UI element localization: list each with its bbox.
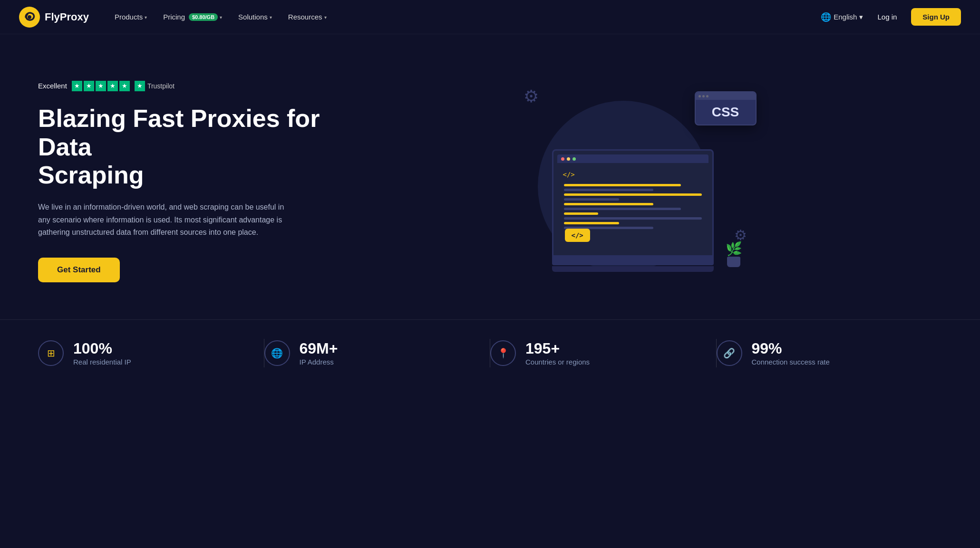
trustpilot-brand: Trustpilot <box>147 82 175 90</box>
code-line-9 <box>564 222 619 224</box>
dot-yellow <box>567 157 570 161</box>
star-1: ★ <box>72 81 82 91</box>
ip-icon-circle: ⊞ <box>38 340 64 366</box>
nav-products[interactable]: Products ▾ <box>108 9 154 25</box>
globe-icon: 🌐 <box>271 347 283 359</box>
brand-name: FlyProxy <box>45 11 89 23</box>
stars-container: ★ ★ ★ ★ ★ <box>72 81 130 91</box>
code-line-4 <box>564 198 619 201</box>
products-chevron-icon: ▾ <box>145 15 147 20</box>
nav-solutions[interactable]: Solutions ▾ <box>232 9 279 25</box>
stat-label-ip: Real residential IP <box>73 358 131 366</box>
star-3: ★ <box>96 81 106 91</box>
css-dot-1 <box>699 95 701 97</box>
stat-text-ip: 100% Real residential IP <box>73 341 131 366</box>
resources-chevron-icon: ▾ <box>324 15 327 20</box>
trustpilot-row: Excellent ★ ★ ★ ★ ★ ★ Trustpilot <box>38 81 323 91</box>
hero-left: Excellent ★ ★ ★ ★ ★ ★ Trustpilot Blazing… <box>38 81 323 283</box>
stats-section: ⊞ 100% Real residential IP 🌐 69M+ IP Add… <box>0 319 980 386</box>
css-dot-3 <box>706 95 708 97</box>
svg-point-1 <box>28 15 31 19</box>
code-line-2 <box>564 189 654 191</box>
stat-number-address: 69M+ <box>300 341 338 356</box>
gear-bottomright-icon: ⚙ <box>734 227 747 243</box>
code-line-6 <box>564 208 681 210</box>
navbar: FlyProxy Products ▾ Pricing $0.80/GB ▾ S… <box>0 0 980 34</box>
flyproxy-logo-icon <box>19 7 40 28</box>
link-icon-circle: 🔗 <box>717 340 742 366</box>
stat-item-address: 🌐 69M+ IP Address <box>264 340 490 366</box>
language-selector[interactable]: 🌐 English ▾ <box>821 12 863 22</box>
code-badge: </> <box>565 229 590 242</box>
pricing-badge: $0.80/GB <box>189 13 218 21</box>
code-symbol: </> <box>563 171 575 178</box>
laptop-topbar <box>557 154 708 163</box>
css-window: CSS <box>695 91 757 125</box>
pricing-chevron-icon: ▾ <box>220 15 222 20</box>
code-line-7 <box>564 212 599 215</box>
css-dot-2 <box>702 95 705 97</box>
hero-illustration: ⚙ ⚙ CSS <box>509 82 757 281</box>
hero-right: ⚙ ⚙ CSS <box>323 72 942 291</box>
location-icon-circle: 📍 <box>490 340 516 366</box>
stat-label-success: Connection success rate <box>752 358 830 366</box>
laptop-screen: </> </> <box>552 149 714 257</box>
trustpilot-label: Excellent <box>38 82 67 90</box>
css-window-bar <box>696 92 756 100</box>
code-line-5 <box>564 203 654 205</box>
code-line-1 <box>564 184 681 186</box>
solutions-chevron-icon: ▾ <box>270 15 272 20</box>
gear-topleft-icon: ⚙ <box>524 87 539 106</box>
hero-title: Blazing Fast Proxies for Data Scraping <box>38 105 323 190</box>
nav-pricing[interactable]: Pricing $0.80/GB ▾ <box>156 9 229 25</box>
stat-item-ip: ⊞ 100% Real residential IP <box>38 340 264 366</box>
code-lines <box>561 184 705 229</box>
code-area: </> </> <box>557 166 708 251</box>
location-icon: 📍 <box>497 347 509 359</box>
laptop-illustration: </> </> <box>552 149 714 272</box>
star-5: ★ <box>119 81 130 91</box>
laptop-base <box>552 257 714 265</box>
stat-text-success: 99% Connection success rate <box>752 341 830 366</box>
star-2: ★ <box>84 81 94 91</box>
stat-item-success: 🔗 99% Connection success rate <box>717 340 942 366</box>
stat-text-countries: 195+ Countries or regions <box>525 341 590 366</box>
trustpilot-star-icon: ★ <box>135 81 145 91</box>
link-icon: 🔗 <box>723 347 735 359</box>
language-chevron-icon: ▾ <box>859 13 863 21</box>
get-started-button[interactable]: Get Started <box>38 258 120 282</box>
trustpilot-logo: ★ Trustpilot <box>135 81 175 91</box>
laptop-stand <box>552 266 714 272</box>
nav-resources[interactable]: Resources ▾ <box>281 9 333 25</box>
plant-leaves-icon: 🌿 <box>726 242 742 256</box>
ip-icon: ⊞ <box>47 347 55 359</box>
css-label: CSS <box>696 100 756 125</box>
stat-item-countries: 📍 195+ Countries or regions <box>490 340 716 366</box>
signup-button[interactable]: Sign Up <box>911 8 961 26</box>
stat-number-countries: 195+ <box>525 341 590 356</box>
stat-number-success: 99% <box>752 341 830 356</box>
nav-right: 🌐 English ▾ Log in Sign Up <box>821 8 961 26</box>
stat-label-countries: Countries or regions <box>525 358 590 366</box>
language-icon: 🌐 <box>821 12 831 22</box>
login-button[interactable]: Log in <box>871 9 903 25</box>
stat-number-ip: 100% <box>73 341 131 356</box>
plant-decoration: 🌿 <box>726 242 742 267</box>
code-line-3 <box>564 193 702 196</box>
stat-text-address: 69M+ IP Address <box>300 341 338 366</box>
stat-label-address: IP Address <box>300 358 338 366</box>
hero-description: We live in an information-driven world, … <box>38 201 285 239</box>
logo[interactable]: FlyProxy <box>19 7 89 28</box>
star-4: ★ <box>107 81 118 91</box>
hero-section: Excellent ★ ★ ★ ★ ★ ★ Trustpilot Blazing… <box>0 34 980 319</box>
plant-pot <box>727 257 740 267</box>
dot-red <box>561 157 564 161</box>
nav-links: Products ▾ Pricing $0.80/GB ▾ Solutions … <box>108 9 821 25</box>
globe-icon-circle: 🌐 <box>264 340 290 366</box>
code-line-8 <box>564 217 702 220</box>
dot-green <box>572 157 576 161</box>
